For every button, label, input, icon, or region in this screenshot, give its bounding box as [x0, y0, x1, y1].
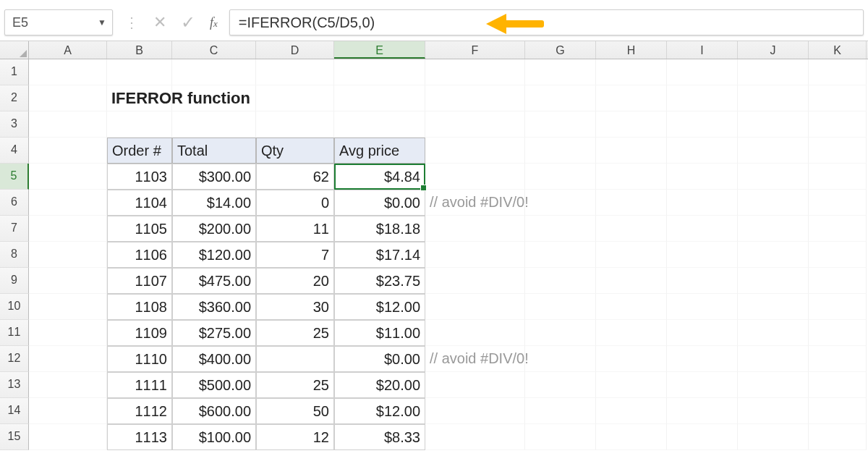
cell-C1[interactable]: [172, 59, 256, 85]
cell-C10[interactable]: $360.00: [172, 294, 256, 320]
cell-E4[interactable]: Avg price: [334, 138, 425, 164]
cell-A8[interactable]: [29, 242, 107, 268]
row-head-3[interactable]: 3: [0, 111, 29, 138]
cell-H12[interactable]: [596, 346, 667, 372]
cell-C7[interactable]: $200.00: [172, 216, 256, 242]
cell-K8[interactable]: [809, 242, 867, 268]
cell-C13[interactable]: $500.00: [172, 372, 256, 398]
cell-I8[interactable]: [667, 242, 738, 268]
cell-G6[interactable]: [525, 190, 596, 216]
col-head-A[interactable]: A: [29, 41, 107, 59]
row-head-15[interactable]: 15: [0, 424, 29, 450]
cell-F9[interactable]: [425, 268, 525, 294]
cell-H6[interactable]: [596, 190, 667, 216]
cell-E5[interactable]: $4.84: [334, 164, 425, 190]
cell-C4[interactable]: Total: [172, 138, 256, 164]
cell-E14[interactable]: $12.00: [334, 398, 425, 424]
cell-H11[interactable]: [596, 320, 667, 346]
cell-F14[interactable]: [425, 398, 525, 424]
cell-K12[interactable]: [809, 346, 867, 372]
cell-A4[interactable]: [29, 138, 107, 164]
cell-F7[interactable]: [425, 216, 525, 242]
cell-F15[interactable]: [425, 424, 525, 450]
row-head-5[interactable]: 5: [0, 164, 29, 190]
cell-K13[interactable]: [809, 372, 867, 398]
cell-E1[interactable]: [334, 59, 425, 85]
row-head-12[interactable]: 12: [0, 346, 29, 372]
cell-F12[interactable]: // avoid #DIV/0!: [425, 346, 525, 372]
cell-D2[interactable]: [256, 85, 334, 111]
cell-D11[interactable]: 25: [256, 320, 334, 346]
cell-H7[interactable]: [596, 216, 667, 242]
cell-E3[interactable]: [334, 111, 425, 138]
cell-A14[interactable]: [29, 398, 107, 424]
cell-H8[interactable]: [596, 242, 667, 268]
cell-B1[interactable]: [107, 59, 172, 85]
cell-I14[interactable]: [667, 398, 738, 424]
cell-E2[interactable]: [334, 85, 425, 111]
cell-G8[interactable]: [525, 242, 596, 268]
cell-F10[interactable]: [425, 294, 525, 320]
cell-F3[interactable]: [425, 111, 525, 138]
cell-I4[interactable]: [667, 138, 738, 164]
cell-D15[interactable]: 12: [256, 424, 334, 450]
cell-K10[interactable]: [809, 294, 867, 320]
cell-I6[interactable]: [667, 190, 738, 216]
row-head-4[interactable]: 4: [0, 138, 29, 164]
cell-I3[interactable]: [667, 111, 738, 138]
cell-I1[interactable]: [667, 59, 738, 85]
cell-E15[interactable]: $8.33: [334, 424, 425, 450]
cell-D7[interactable]: 11: [256, 216, 334, 242]
cell-J2[interactable]: [738, 85, 809, 111]
cell-I10[interactable]: [667, 294, 738, 320]
cell-J3[interactable]: [738, 111, 809, 138]
cell-E12[interactable]: $0.00: [334, 346, 425, 372]
cell-G10[interactable]: [525, 294, 596, 320]
accept-formula-icon[interactable]: ✓: [181, 12, 195, 33]
cell-B9[interactable]: 1107: [107, 268, 172, 294]
cell-G13[interactable]: [525, 372, 596, 398]
cell-C15[interactable]: $100.00: [172, 424, 256, 450]
row-head-9[interactable]: 9: [0, 268, 29, 294]
cell-J10[interactable]: [738, 294, 809, 320]
cell-C5[interactable]: $300.00: [172, 164, 256, 190]
cell-E7[interactable]: $18.18: [334, 216, 425, 242]
cell-J6[interactable]: [738, 190, 809, 216]
cell-G1[interactable]: [525, 59, 596, 85]
cell-C9[interactable]: $475.00: [172, 268, 256, 294]
cell-C12[interactable]: $400.00: [172, 346, 256, 372]
cell-G7[interactable]: [525, 216, 596, 242]
cell-E10[interactable]: $12.00: [334, 294, 425, 320]
row-head-8[interactable]: 8: [0, 242, 29, 268]
cell-I7[interactable]: [667, 216, 738, 242]
row-head-11[interactable]: 11: [0, 320, 29, 346]
cell-B10[interactable]: 1108: [107, 294, 172, 320]
cell-B11[interactable]: 1109: [107, 320, 172, 346]
cell-B3[interactable]: [107, 111, 172, 138]
cell-D13[interactable]: 25: [256, 372, 334, 398]
formula-input[interactable]: =IFERROR(C5/D5,0): [229, 9, 864, 35]
cell-D1[interactable]: [256, 59, 334, 85]
cell-F2[interactable]: [425, 85, 525, 111]
cancel-formula-icon[interactable]: ✕: [153, 13, 166, 32]
cell-G2[interactable]: [525, 85, 596, 111]
cell-K11[interactable]: [809, 320, 867, 346]
cell-D8[interactable]: 7: [256, 242, 334, 268]
row-head-14[interactable]: 14: [0, 398, 29, 424]
cell-F6[interactable]: // avoid #DIV/0!: [425, 190, 525, 216]
col-head-H[interactable]: H: [596, 41, 667, 59]
select-all-triangle[interactable]: [0, 41, 29, 59]
cell-I13[interactable]: [667, 372, 738, 398]
cell-D5[interactable]: 62: [256, 164, 334, 190]
cell-G15[interactable]: [525, 424, 596, 450]
cell-G14[interactable]: [525, 398, 596, 424]
cell-F11[interactable]: [425, 320, 525, 346]
cell-K3[interactable]: [809, 111, 867, 138]
cell-D10[interactable]: 30: [256, 294, 334, 320]
cell-G5[interactable]: [525, 164, 596, 190]
cell-A3[interactable]: [29, 111, 107, 138]
cell-H3[interactable]: [596, 111, 667, 138]
cell-I11[interactable]: [667, 320, 738, 346]
row-head-13[interactable]: 13: [0, 372, 29, 398]
cell-F8[interactable]: [425, 242, 525, 268]
